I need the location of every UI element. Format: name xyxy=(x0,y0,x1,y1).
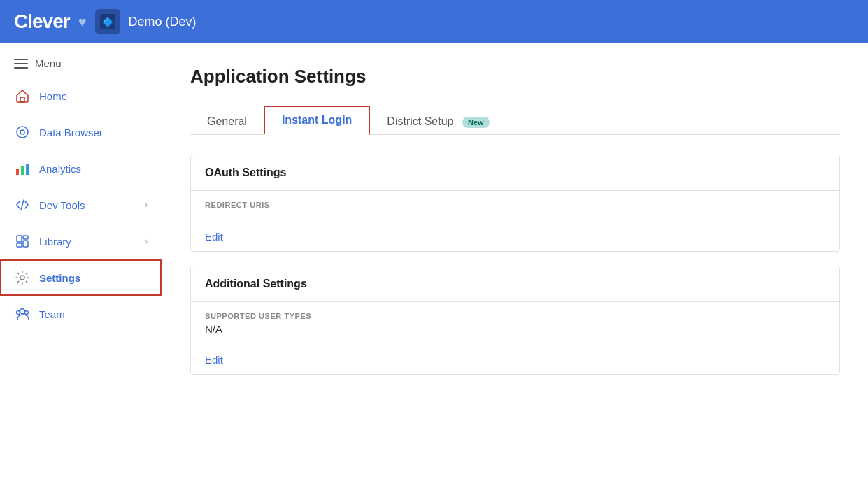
tab-general[interactable]: General xyxy=(190,108,264,135)
svg-point-7 xyxy=(20,130,24,134)
svg-point-17 xyxy=(17,311,20,315)
svg-rect-8 xyxy=(16,169,19,175)
svg-rect-4 xyxy=(14,67,28,69)
sidebar-item-home[interactable]: Home xyxy=(0,78,162,114)
library-icon xyxy=(14,233,31,250)
svg-rect-12 xyxy=(17,243,22,247)
svg-text:🔷: 🔷 xyxy=(102,16,114,28)
sidebar-item-dev-tools-label: Dev Tools xyxy=(39,199,85,211)
svg-point-16 xyxy=(20,309,25,314)
sidebar-item-team-label: Team xyxy=(39,308,65,320)
svg-point-18 xyxy=(25,311,29,315)
svg-rect-14 xyxy=(23,241,28,247)
tab-instant-login[interactable]: Instant Login xyxy=(264,106,370,135)
sidebar-item-library-label: Library xyxy=(39,236,71,248)
supported-user-types-field: SUPPORTED USER TYPES N/A xyxy=(191,302,839,345)
tab-district-setup[interactable]: District Setup New xyxy=(370,108,506,135)
data-browser-icon xyxy=(14,124,31,141)
additional-settings-header: Additional Settings xyxy=(191,266,839,302)
additional-edit-link[interactable]: Edit xyxy=(191,345,839,374)
library-chevron-icon: › xyxy=(145,236,148,246)
sidebar-item-settings[interactable]: Settings xyxy=(0,259,162,296)
svg-rect-10 xyxy=(26,164,29,175)
tabs: General Instant Login District Setup New xyxy=(190,104,840,135)
oauth-edit-link[interactable]: Edit xyxy=(191,222,839,251)
clever-logo: Clever xyxy=(14,10,70,33)
supported-user-types-value: N/A xyxy=(205,323,825,335)
sidebar-item-home-label: Home xyxy=(39,90,67,102)
page-title: Application Settings xyxy=(190,66,840,87)
layout: Menu Home Data Browser xyxy=(0,43,868,493)
app-title: Demo (Dev) xyxy=(129,15,197,29)
sidebar-item-library[interactable]: Library › xyxy=(0,223,162,259)
oauth-settings-card: OAuth Settings REDIRECT URIS Edit xyxy=(190,155,840,252)
redirect-uris-label: REDIRECT URIS xyxy=(205,201,825,209)
district-setup-badge: New xyxy=(462,117,490,128)
svg-rect-2 xyxy=(14,59,28,60)
team-icon xyxy=(14,306,31,322)
sidebar-item-analytics-label: Analytics xyxy=(39,163,81,175)
oauth-settings-body: REDIRECT URIS Edit xyxy=(191,191,839,251)
header: Clever ♥ 🔷 Demo (Dev) xyxy=(0,0,868,43)
sidebar-item-data-browser[interactable]: Data Browser xyxy=(0,114,162,150)
oauth-settings-header: OAuth Settings xyxy=(191,155,839,191)
svg-point-6 xyxy=(17,127,28,138)
home-icon xyxy=(14,87,31,104)
svg-rect-13 xyxy=(23,236,28,239)
heart-icon: ♥ xyxy=(78,14,87,30)
sidebar: Menu Home Data Browser xyxy=(0,43,162,493)
menu-label: Menu xyxy=(35,57,62,69)
svg-point-15 xyxy=(20,276,24,280)
supported-user-types-label: SUPPORTED USER TYPES xyxy=(205,312,825,320)
svg-rect-11 xyxy=(17,236,22,242)
hamburger-icon xyxy=(14,59,28,69)
svg-rect-5 xyxy=(20,97,24,102)
settings-icon xyxy=(14,269,31,286)
sidebar-item-data-browser-label: Data Browser xyxy=(39,127,103,138)
dev-tools-chevron-icon: › xyxy=(145,200,148,210)
analytics-icon xyxy=(14,160,31,177)
menu-toggle[interactable]: Menu xyxy=(0,49,162,78)
app-icon: 🔷 xyxy=(95,9,120,34)
sidebar-item-settings-label: Settings xyxy=(39,272,80,284)
svg-rect-9 xyxy=(21,166,24,175)
main-content: Application Settings General Instant Log… xyxy=(162,43,868,493)
sidebar-item-analytics[interactable]: Analytics xyxy=(0,150,162,187)
sidebar-item-team[interactable]: Team xyxy=(0,296,162,332)
sidebar-item-dev-tools[interactable]: Dev Tools › xyxy=(0,187,162,223)
svg-rect-3 xyxy=(14,63,28,64)
redirect-uris-field: REDIRECT URIS xyxy=(191,191,839,222)
additional-settings-card: Additional Settings SUPPORTED USER TYPES… xyxy=(190,266,840,375)
additional-settings-body: SUPPORTED USER TYPES N/A Edit xyxy=(191,302,839,374)
dev-tools-icon xyxy=(14,197,31,213)
